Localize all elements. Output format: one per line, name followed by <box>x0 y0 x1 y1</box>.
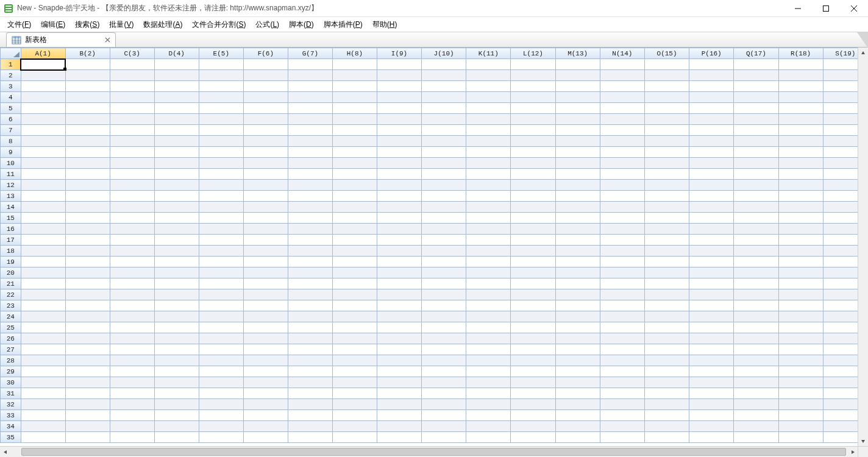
cell[interactable] <box>689 81 734 92</box>
cell[interactable] <box>288 114 332 125</box>
cell[interactable] <box>778 257 823 267</box>
cell[interactable] <box>65 257 110 267</box>
cell[interactable] <box>778 81 823 92</box>
cell[interactable] <box>555 136 600 147</box>
cell[interactable] <box>555 235 600 246</box>
menu-h[interactable]: 帮助(H) <box>368 18 402 31</box>
cell[interactable] <box>511 158 555 169</box>
cell[interactable] <box>65 202 110 213</box>
cell[interactable] <box>734 289 778 300</box>
cell[interactable] <box>65 322 110 333</box>
cell[interactable] <box>466 92 511 103</box>
col-header[interactable]: F(6) <box>243 48 288 59</box>
cell[interactable] <box>332 421 377 432</box>
cell[interactable] <box>600 377 644 388</box>
cell[interactable] <box>199 333 243 344</box>
cell[interactable] <box>199 191 243 202</box>
cell[interactable] <box>555 278 600 289</box>
cell[interactable] <box>377 136 421 147</box>
cell[interactable] <box>154 114 199 125</box>
cell[interactable] <box>600 147 644 158</box>
cell[interactable] <box>21 377 65 388</box>
cell[interactable] <box>778 344 823 355</box>
cell[interactable] <box>600 311 644 322</box>
cell[interactable] <box>555 333 600 344</box>
cell[interactable] <box>154 59 199 70</box>
cell[interactable] <box>243 213 288 224</box>
cell[interactable] <box>555 81 600 92</box>
cell[interactable] <box>778 300 823 311</box>
cell[interactable] <box>600 399 644 410</box>
cell[interactable] <box>154 432 199 443</box>
col-header[interactable]: A(1) <box>21 48 65 59</box>
cell[interactable] <box>778 103 823 114</box>
col-header[interactable]: B(2) <box>65 48 110 59</box>
cell[interactable] <box>644 355 689 366</box>
cell[interactable] <box>199 278 243 289</box>
cell[interactable] <box>466 300 511 311</box>
cell[interactable] <box>644 421 689 432</box>
cell[interactable] <box>600 70 644 81</box>
row-header[interactable]: 5 <box>1 103 21 114</box>
cell[interactable] <box>422 92 466 103</box>
cell[interactable] <box>65 136 110 147</box>
cell[interactable] <box>110 147 154 158</box>
cell[interactable] <box>734 114 778 125</box>
cell[interactable] <box>644 322 689 333</box>
cell[interactable] <box>110 180 154 191</box>
cell[interactable] <box>154 388 199 399</box>
cell[interactable] <box>65 92 110 103</box>
cell[interactable] <box>110 333 154 344</box>
cell[interactable] <box>154 180 199 191</box>
cell[interactable] <box>511 125 555 136</box>
cell[interactable] <box>377 246 421 257</box>
cell[interactable] <box>689 278 734 289</box>
cell[interactable] <box>734 92 778 103</box>
row-header[interactable]: 10 <box>1 158 21 169</box>
cell[interactable] <box>555 180 600 191</box>
cell[interactable] <box>555 289 600 300</box>
row-header[interactable]: 7 <box>1 125 21 136</box>
cell[interactable] <box>332 202 377 213</box>
cell[interactable] <box>422 103 466 114</box>
cell[interactable] <box>110 246 154 257</box>
cell[interactable] <box>555 103 600 114</box>
cell[interactable] <box>21 421 65 432</box>
cell[interactable] <box>778 311 823 322</box>
cell[interactable] <box>466 213 511 224</box>
cell[interactable] <box>21 366 65 377</box>
cell[interactable] <box>644 300 689 311</box>
cell[interactable] <box>555 311 600 322</box>
cell[interactable] <box>778 224 823 235</box>
cell[interactable] <box>377 147 421 158</box>
menu-e[interactable]: 编辑(E) <box>36 18 70 31</box>
cell[interactable] <box>243 421 288 432</box>
row-header[interactable]: 4 <box>1 92 21 103</box>
row-header[interactable]: 20 <box>1 267 21 278</box>
cell[interactable] <box>377 399 421 410</box>
row-header[interactable]: 14 <box>1 202 21 213</box>
cell[interactable] <box>422 235 466 246</box>
cell[interactable] <box>778 59 823 70</box>
cell[interactable] <box>332 410 377 421</box>
row-header[interactable]: 6 <box>1 114 21 125</box>
cell[interactable] <box>154 136 199 147</box>
cell[interactable] <box>199 180 243 191</box>
cell[interactable] <box>778 399 823 410</box>
cell[interactable] <box>644 311 689 322</box>
vscroll-track[interactable] <box>858 58 868 436</box>
cell[interactable] <box>154 125 199 136</box>
cell[interactable] <box>466 202 511 213</box>
cell[interactable] <box>511 267 555 278</box>
cell[interactable] <box>288 180 332 191</box>
cell[interactable] <box>110 289 154 300</box>
cell[interactable] <box>65 410 110 421</box>
cell[interactable] <box>65 333 110 344</box>
cell[interactable] <box>555 202 600 213</box>
row-header[interactable]: 25 <box>1 322 21 333</box>
cell[interactable] <box>600 421 644 432</box>
cell[interactable] <box>288 344 332 355</box>
cell[interactable] <box>778 92 823 103</box>
cell[interactable] <box>377 70 421 81</box>
cell[interactable] <box>644 289 689 300</box>
